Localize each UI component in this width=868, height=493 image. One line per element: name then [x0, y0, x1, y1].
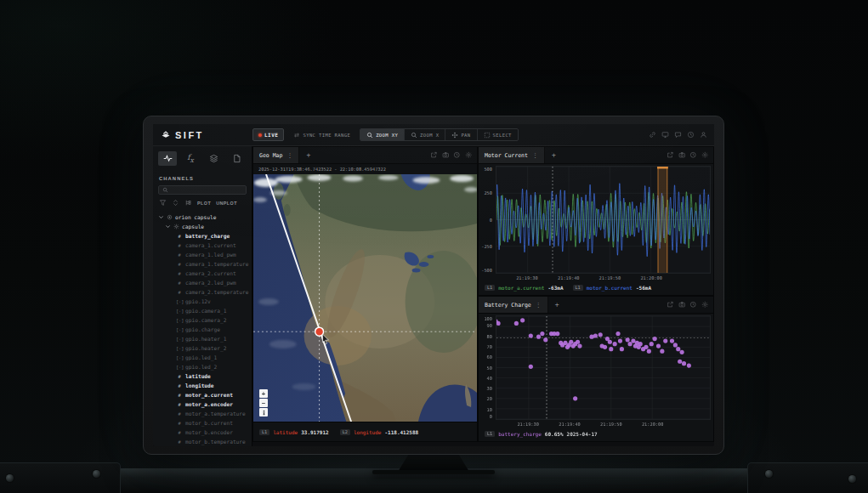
select-button[interactable]: SELECT — [478, 129, 518, 140]
settings-icon[interactable] — [465, 151, 473, 159]
hash-icon: # — [176, 234, 183, 239]
bit-icon: [·] — [176, 309, 183, 314]
legend-channel: motor_b.current — [587, 285, 633, 291]
channel-item-camera_1.temperature[interactable]: #camera_1.temperature — [153, 259, 252, 269]
hash-icon: # — [176, 393, 183, 398]
channel-item-motor_a.current[interactable]: #motor_a.current — [153, 390, 252, 400]
channel-label: motor_a.encoder — [185, 401, 233, 407]
channel-item-gpio.charge[interactable]: [·]gpio.charge — [153, 325, 252, 334]
legend-item-longitude[interactable]: L2 longitude -118.412588 — [340, 429, 419, 435]
screw — [6, 474, 14, 482]
legend-item-motor-b[interactable]: L1 motor_b.current -56mA — [573, 285, 652, 291]
geo-map-canvas[interactable]: + − — [253, 174, 477, 423]
live-button[interactable]: LIVE — [252, 128, 284, 141]
position-marker[interactable] — [315, 327, 324, 336]
tab-motor-current[interactable]: Motor Current ⋮ — [479, 147, 545, 163]
trace-badge: L1 — [573, 285, 583, 291]
legend-item-battery[interactable]: L1 battery_charge 60.65% 2025-04-17 — [485, 431, 598, 437]
snapshot-icon[interactable] — [678, 151, 686, 159]
channel-item-motor_b.encoder[interactable]: #motor_b.encoder — [153, 428, 252, 437]
notes-button[interactable] — [227, 151, 246, 166]
share-icon[interactable] — [667, 301, 674, 309]
app-topbar: SIFT LIVE SYNC TIME RANGE ZOOM XY ZOOM X… — [153, 124, 714, 146]
collapse-icon[interactable] — [172, 199, 179, 207]
display-icon[interactable] — [661, 131, 669, 139]
hash-icon: # — [176, 374, 183, 379]
legend-item-motor-a[interactable]: L1 motor_a.current -63mA — [485, 285, 564, 291]
desk-plate-right — [747, 462, 868, 493]
geo-legend: L1 latitude 33.917912 L2 longitude -118.… — [253, 422, 477, 441]
channel-item-motor_a.temperature[interactable]: #motor_a.temperature — [153, 409, 252, 418]
snapshot-icon[interactable] — [678, 301, 686, 309]
channel-item-gpio.camera_2[interactable]: [·]gpio.camera_2 — [153, 315, 252, 325]
search-input[interactable] — [171, 187, 241, 193]
hash-icon: # — [176, 430, 183, 435]
calculated-channels-button[interactable]: fx — [181, 151, 200, 166]
tab-geo-map[interactable]: Geo Map ⋮ — [253, 147, 299, 163]
channel-item-motor_b.temperature[interactable]: #motor_b.temperature — [153, 437, 252, 446]
plot-button[interactable]: PLOT — [197, 201, 211, 206]
assets-button[interactable] — [204, 151, 223, 166]
hash-icon: # — [176, 402, 183, 407]
snapshot-icon[interactable] — [442, 151, 450, 159]
pan-button[interactable]: PAN — [445, 129, 477, 140]
satellite-map[interactable] — [253, 174, 477, 423]
history-icon[interactable] — [689, 301, 697, 309]
tree-node-component[interactable]: capsule — [153, 222, 252, 231]
add-tab-button[interactable]: + — [299, 151, 317, 159]
clock-icon[interactable] — [687, 131, 695, 139]
kebab-menu-icon[interactable]: ⋮ — [286, 152, 292, 159]
hash-icon: # — [176, 439, 183, 445]
channel-item-camera_2.led_pwm[interactable]: #camera_2.led_pwm — [153, 278, 252, 287]
channel-item-longitude[interactable]: #longitude — [153, 381, 252, 390]
map-zoom-out-button[interactable]: − — [259, 399, 268, 407]
channel-item-camera_1.led_pwm[interactable]: #camera_1.led_pwm — [153, 250, 252, 259]
pegman-button[interactable] — [259, 408, 268, 416]
link-icon[interactable] — [649, 131, 656, 139]
filter-icon[interactable] — [159, 199, 167, 207]
channel-item-gpio.heater_2[interactable]: [·]gpio.heater_2 — [153, 343, 252, 353]
add-tab-button[interactable]: + — [548, 301, 566, 309]
channel-item-motor_b.current[interactable]: #motor_b.current — [153, 418, 252, 428]
channel-item-gpio.led_1[interactable]: [·]gpio.led_1 — [153, 353, 252, 362]
bit-icon: [·] — [176, 327, 183, 332]
channel-item-gpio.heater_1[interactable]: [·]gpio.heater_1 — [153, 334, 252, 343]
channel-item-camera_2.current[interactable]: #camera_2.current — [153, 269, 252, 278]
geo-panel-icons — [430, 151, 477, 159]
history-icon[interactable] — [453, 151, 461, 159]
settings-icon[interactable] — [701, 151, 709, 159]
kebab-menu-icon[interactable]: ⋮ — [532, 152, 538, 159]
channel-item-latitude[interactable]: #latitude — [153, 371, 252, 381]
share-icon[interactable] — [667, 151, 674, 159]
channel-item-battery_charge[interactable]: #battery_charge — [153, 231, 252, 241]
unplot-button[interactable]: UNPLOT — [216, 201, 237, 206]
legend-date: 2025-04-17 — [567, 431, 598, 437]
channel-item-camera_1.current[interactable]: #camera_1.current — [153, 241, 252, 250]
legend-item-latitude[interactable]: L1 latitude 33.917912 — [259, 429, 329, 435]
motor-plot-area[interactable] — [496, 166, 711, 274]
tree-view-icon[interactable] — [184, 199, 192, 207]
bit-icon: [·] — [176, 299, 183, 304]
map-zoom-in-button[interactable]: + — [259, 389, 268, 398]
channel-item-camera_2.temperature[interactable]: #camera_2.temperature — [153, 287, 252, 297]
battery-plot-area[interactable] — [496, 315, 711, 420]
tab-battery-charge[interactable]: Battery Charge ⋮ — [479, 297, 548, 313]
channel-item-gpio.12v[interactable]: [·]gpio.12v — [153, 297, 252, 306]
channel-item-motor_a.encoder[interactable]: #motor_a.encoder — [153, 400, 252, 409]
zoom-x-button[interactable]: ZOOM X — [405, 129, 445, 140]
kebab-menu-icon[interactable]: ⋮ — [536, 302, 542, 309]
history-icon[interactable] — [689, 151, 697, 159]
share-icon[interactable] — [430, 151, 438, 159]
tree-node-asset[interactable]: orion capsule — [153, 212, 252, 222]
add-tab-button[interactable]: + — [545, 151, 563, 159]
zoom-xy-button[interactable]: ZOOM XY — [360, 129, 405, 140]
channel-item-gpio.led_2[interactable]: [·]gpio.led_2 — [153, 362, 252, 371]
sync-time-range-button[interactable]: SYNC TIME RANGE — [293, 132, 350, 139]
chat-icon[interactable] — [674, 131, 682, 139]
channel-item-gpio.camera_1[interactable]: [·]gpio.camera_1 — [153, 306, 252, 315]
user-icon[interactable] — [700, 131, 707, 139]
channels-mode-button[interactable] — [158, 151, 177, 166]
legend-value: -118.412588 — [384, 429, 418, 435]
settings-icon[interactable] — [701, 301, 709, 309]
channel-search[interactable] — [158, 185, 247, 195]
